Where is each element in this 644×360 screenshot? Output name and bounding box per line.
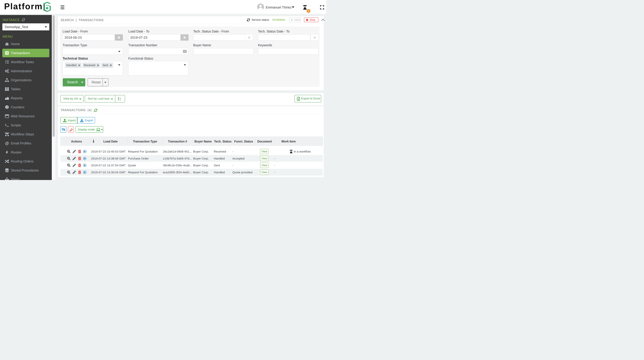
svg-text:@: @ [5,141,9,145]
svg-text:Z: Z [120,99,121,101]
svg-text:A: A [120,97,121,99]
